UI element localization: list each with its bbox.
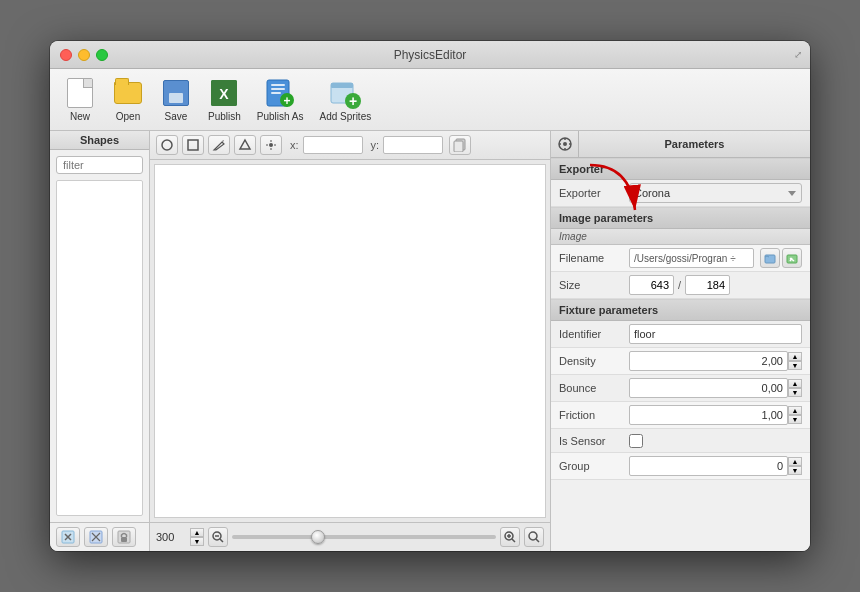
filename-clear-button[interactable] [782,248,802,268]
filename-buttons [760,248,802,268]
params-scroll[interactable]: Exporter Exporter Corona Box2D Chipmunk … [551,158,810,551]
density-row: Density ▲ ▼ [551,348,810,375]
zoom-fit-button[interactable] [500,527,520,547]
zoom-down-button[interactable]: ▼ [190,537,204,546]
zoom-slider-thumb[interactable] [311,530,325,544]
group-value: ▲ ▼ [629,456,802,476]
friction-down[interactable]: ▼ [788,415,802,424]
y-coord-input[interactable] [383,136,443,154]
canvas-panel: x: y: 300 ▲ ▼ [150,131,550,551]
shapes-remove-button[interactable] [84,527,108,547]
group-label: Group [559,460,629,472]
size-label: Size [559,279,629,291]
friction-value: ▲ ▼ [629,405,802,425]
group-down[interactable]: ▼ [788,466,802,475]
density-down[interactable]: ▼ [788,361,802,370]
titlebar: PhysicsEditor ⤢ [50,41,810,69]
main-content: Shapes [50,131,810,551]
bounce-input[interactable] [629,378,788,398]
svg-point-21 [269,143,273,147]
svg-rect-3 [271,84,285,86]
polygon-tool-button[interactable] [234,135,256,155]
density-input[interactable] [629,351,788,371]
open-button[interactable]: Open [106,73,150,126]
close-button[interactable] [60,49,72,61]
friction-input[interactable] [629,405,788,425]
size-divider: / [678,279,681,291]
main-window: PhysicsEditor ⤢ New Open Save [50,41,810,551]
density-label: Density [559,355,629,367]
save-button[interactable]: Save [154,73,198,126]
size-value: / [629,275,802,295]
friction-stepper[interactable]: ▲ ▼ [788,406,802,424]
save-icon [160,77,192,109]
svg-point-35 [529,532,537,540]
bounce-down[interactable]: ▼ [788,388,802,397]
density-input-group: ▲ ▼ [629,351,802,371]
shapes-filter-input[interactable] [56,156,143,174]
zoom-up-button[interactable]: ▲ [190,528,204,537]
identifier-value [629,324,802,344]
publish-button[interactable]: X Publish [202,73,247,126]
svg-text:+: + [349,93,357,109]
bounce-up[interactable]: ▲ [788,379,802,388]
filename-browse-button[interactable] [760,248,780,268]
shapes-add-button[interactable] [56,527,80,547]
pen-tool-button[interactable] [208,135,230,155]
zoom-reset-button[interactable] [524,527,544,547]
canvas-area[interactable] [154,164,546,518]
svg-rect-4 [271,88,285,90]
bounce-input-group: ▲ ▼ [629,378,802,398]
exporter-select[interactable]: Corona Box2D Chipmunk SpriteKit [629,183,802,203]
open-label: Open [116,111,140,122]
svg-point-18 [162,140,172,150]
image-sub-header: Image [551,229,810,245]
size-height-input[interactable] [685,275,730,295]
new-button[interactable]: New [58,73,102,126]
filename-input[interactable]: /Users/gossi/Progran ÷ [629,248,754,268]
params-header: Parameters [551,131,810,158]
is-sensor-value [629,434,802,448]
size-width-input[interactable] [629,275,674,295]
zoom-slider[interactable] [232,530,496,544]
zoom-stepper[interactable]: ▲ ▼ [190,528,204,546]
x-coord-label: x: [290,139,299,151]
bounce-row: Bounce ▲ ▼ [551,375,810,402]
maximize-button[interactable] [96,49,108,61]
shapes-lock-button[interactable] [112,527,136,547]
zoom-value: 300 [156,531,186,543]
minimize-button[interactable] [78,49,90,61]
filename-row: Filename /Users/gossi/Progran ÷ [551,245,810,272]
density-stepper[interactable]: ▲ ▼ [788,352,802,370]
group-stepper[interactable]: ▲ ▼ [788,457,802,475]
circle-tool-button[interactable] [156,135,178,155]
bounce-stepper[interactable]: ▲ ▼ [788,379,802,397]
shapes-list [56,180,143,516]
publish-as-label: Publish As [257,111,304,122]
friction-up[interactable]: ▲ [788,406,802,415]
group-input[interactable] [629,456,788,476]
copy-coords-button[interactable] [449,135,471,155]
rect-tool-button[interactable] [182,135,204,155]
exporter-label: Exporter [559,187,629,199]
svg-marker-20 [240,140,250,149]
point-tool-button[interactable] [260,135,282,155]
params-icon-button[interactable] [551,131,579,157]
add-sprites-button[interactable]: + Add Sprites [314,73,378,126]
bounce-label: Bounce [559,382,629,394]
x-coord-input[interactable] [303,136,363,154]
publish-as-button[interactable]: + Publish As [251,73,310,126]
is-sensor-checkbox[interactable] [629,434,643,448]
friction-row: Friction ▲ ▼ [551,402,810,429]
bounce-value: ▲ ▼ [629,378,802,398]
density-up[interactable]: ▲ [788,352,802,361]
add-sprites-label: Add Sprites [320,111,372,122]
svg-point-38 [563,142,567,146]
shapes-panel: Shapes [50,131,150,551]
zoom-fit-out-button[interactable] [208,527,228,547]
group-up[interactable]: ▲ [788,457,802,466]
add-sprites-icon: + [329,77,361,109]
y-coord-label: y: [371,139,380,151]
is-sensor-row: Is Sensor [551,429,810,453]
identifier-input[interactable] [629,324,802,344]
